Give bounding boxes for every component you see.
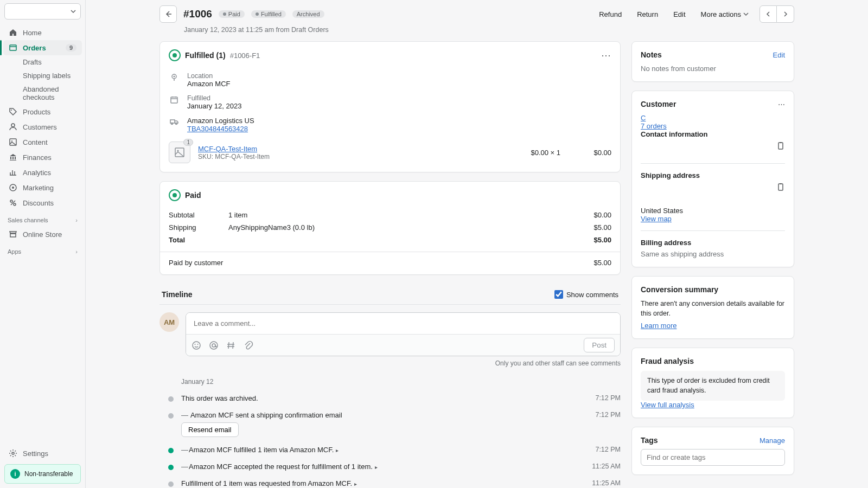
- nav-label: Settings: [23, 450, 48, 458]
- nav-online-store[interactable]: Online Store: [3, 227, 82, 242]
- show-comments-checkbox[interactable]: [554, 290, 563, 299]
- shipping-amount: $5.00: [557, 223, 611, 232]
- sales-channels-heading: Sales channels ›: [0, 210, 85, 227]
- nav-orders[interactable]: Orders 9: [3, 40, 82, 55]
- svg-point-4: [11, 140, 12, 142]
- nav-discounts[interactable]: Discounts: [3, 195, 82, 210]
- store-selector[interactable]: [4, 3, 81, 20]
- timeline-date: January 12: [181, 378, 621, 386]
- emoji-icon[interactable]: [192, 341, 201, 350]
- billing-text: Same as shipping address: [641, 250, 785, 258]
- orders-icon: [9, 43, 17, 52]
- fulfilled-date: January 12, 2023: [187, 102, 241, 110]
- clipboard-icon[interactable]: [776, 142, 785, 150]
- customer-name-link[interactable]: C: [641, 114, 646, 122]
- user-avatar: AM: [159, 312, 179, 332]
- shipping-desc: AnyShippingName3 (0.0 lb): [228, 223, 557, 232]
- nav-home[interactable]: Home: [3, 25, 82, 40]
- fraud-title: Fraud analysis: [641, 357, 785, 365]
- conversion-card: Conversion summary There aren't any conv…: [631, 276, 794, 339]
- notes-edit-link[interactable]: Edit: [773, 51, 785, 59]
- nav-products[interactable]: Products: [3, 104, 82, 119]
- resend-email-button[interactable]: Resend email: [181, 422, 239, 437]
- nav-label: Discounts: [23, 199, 54, 207]
- view-full-analysis-link[interactable]: View full analysis: [641, 401, 694, 409]
- shipping-label: Shipping: [169, 223, 228, 232]
- subtotal-amount: $0.00: [557, 211, 611, 219]
- customer-title: Customer: [641, 100, 676, 108]
- more-actions-button[interactable]: More actions: [697, 7, 753, 22]
- caret-right-icon: ▸: [336, 447, 339, 453]
- svg-rect-0: [10, 45, 16, 50]
- item-line-total: $0.00: [568, 149, 611, 157]
- tags-input[interactable]: [641, 449, 785, 466]
- learn-more-link[interactable]: Learn more: [641, 322, 676, 330]
- timeline-time: 7:12 PM: [577, 446, 621, 453]
- customer-menu-button[interactable]: ⋯: [778, 100, 785, 108]
- nav-shipping-labels[interactable]: Shipping labels: [3, 69, 82, 82]
- show-comments-toggle[interactable]: Show comments: [554, 290, 618, 299]
- clipboard-icon[interactable]: [776, 183, 785, 191]
- location-label: Location: [187, 72, 230, 80]
- hash-icon[interactable]: [226, 341, 236, 350]
- back-button[interactable]: [159, 5, 177, 23]
- svg-point-20: [210, 342, 218, 349]
- post-comment-button[interactable]: Post: [584, 338, 615, 352]
- chevron-down-icon: [71, 9, 76, 14]
- chevron-down-icon: [743, 11, 749, 17]
- tracking-link[interactable]: TBA304844563428: [187, 125, 248, 133]
- edit-button[interactable]: Edit: [669, 7, 690, 22]
- nav-abandoned-checkouts[interactable]: Abandoned checkouts: [3, 82, 82, 104]
- manage-tags-link[interactable]: Manage: [760, 436, 785, 445]
- nav-drafts[interactable]: Drafts: [3, 55, 82, 69]
- nav-label: Finances: [23, 153, 52, 162]
- nav-analytics[interactable]: Analytics: [3, 165, 82, 180]
- svg-point-13: [171, 123, 173, 125]
- chevron-right-icon[interactable]: ›: [75, 248, 78, 255]
- timeline-item[interactable]: —Amazon MCF fulfilled 1 item via Amazon …: [159, 441, 621, 458]
- notes-title: Notes: [641, 50, 662, 59]
- nav-label: Orders: [23, 44, 46, 52]
- attach-icon[interactable]: [244, 341, 253, 350]
- plan-label: Non-transferable: [24, 470, 73, 478]
- timeline-time: 7:12 PM: [577, 411, 621, 419]
- mention-icon[interactable]: [209, 341, 219, 350]
- chevron-right-icon[interactable]: ›: [75, 217, 78, 223]
- customer-orders-link[interactable]: 7 orders: [641, 122, 667, 130]
- subtotal-desc: 1 item: [228, 211, 557, 219]
- nav-content[interactable]: Content: [3, 134, 82, 150]
- plan-badge[interactable]: i Non-transferable: [4, 464, 81, 484]
- calendar-icon: [169, 94, 180, 104]
- item-sku: SKU: MCF-QA-Test-Item: [198, 153, 488, 160]
- nav-marketing[interactable]: Marketing: [3, 180, 82, 195]
- svg-point-18: [195, 344, 196, 345]
- check-ring-icon: [169, 49, 181, 61]
- nav-finances[interactable]: Finances: [3, 150, 82, 165]
- timeline-text: Fulfillment of 1 item was requested from…: [181, 479, 352, 487]
- nav-settings[interactable]: Settings: [3, 446, 82, 461]
- tag-icon: [9, 107, 17, 116]
- item-name-link[interactable]: MCF-QA-Test-Item: [198, 145, 257, 153]
- prev-order-button[interactable]: [760, 5, 777, 23]
- arrow-left-icon: [164, 10, 173, 18]
- customer-card: Customer⋯ C 7 orders Contact information…: [631, 91, 794, 267]
- nav-label: Content: [23, 138, 48, 146]
- comment-input[interactable]: [186, 313, 620, 334]
- fulfillment-menu-button[interactable]: ⋯: [601, 49, 611, 61]
- refund-button[interactable]: Refund: [595, 7, 626, 22]
- timeline-item[interactable]: —Amazon MCF accepted the request for ful…: [159, 458, 621, 475]
- view-map-link[interactable]: View map: [641, 215, 672, 223]
- timeline-dot: [168, 465, 174, 470]
- timeline-text: Amazon MCF accepted the request for fulf…: [189, 463, 373, 471]
- nav-customers[interactable]: Customers: [3, 119, 82, 134]
- page-title: #1006: [183, 8, 212, 20]
- timeline-item[interactable]: Fulfillment of 1 item was requested from…: [159, 475, 621, 488]
- apps-heading: Apps ›: [0, 242, 85, 258]
- return-button[interactable]: Return: [633, 7, 662, 22]
- next-order-button[interactable]: [777, 5, 794, 23]
- timeline-section: Timeline Show comments AM: [159, 284, 621, 488]
- svg-point-1: [11, 110, 12, 111]
- image-placeholder-icon: [175, 147, 184, 157]
- svg-point-6: [12, 187, 14, 189]
- fulfillment-card: Fulfilled (1) #1006-F1 ⋯ LocationAmazon …: [159, 41, 621, 172]
